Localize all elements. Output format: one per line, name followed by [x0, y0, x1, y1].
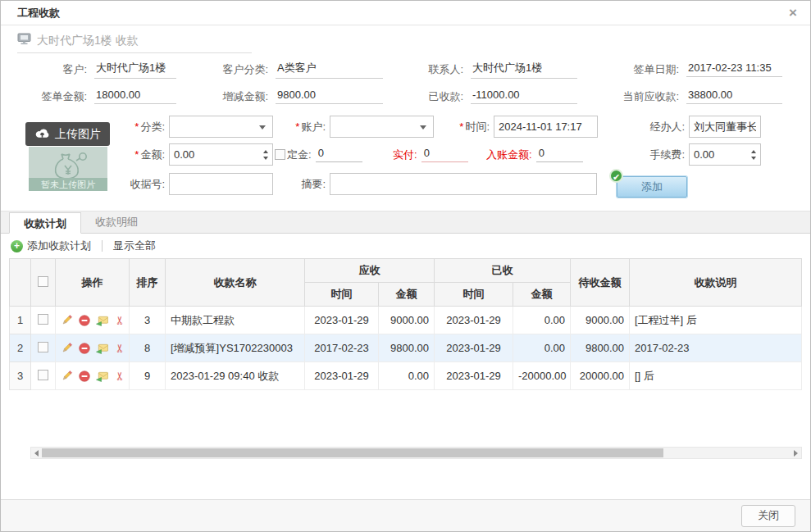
- account-select[interactable]: [330, 116, 434, 138]
- col-paid-amount: 金额: [513, 283, 571, 307]
- entry-amount-value: 0: [536, 147, 583, 162]
- summary-input[interactable]: [330, 173, 597, 195]
- received-field: 已收款:-11000.00: [403, 83, 597, 110]
- cloud-upload-icon: [34, 127, 50, 141]
- category-select[interactable]: [169, 116, 273, 138]
- amount-stepper[interactable]: 0.00: [169, 143, 273, 166]
- close-button[interactable]: 关闭: [741, 505, 795, 527]
- spinner-arrows[interactable]: [258, 144, 272, 165]
- placeholder-caption: 暂未上传图片: [29, 178, 107, 191]
- order-subtitle: 大时代广场1楼 收款: [37, 34, 139, 48]
- scroll-left-arrow[interactable]: [31, 448, 42, 458]
- receipt-field: 收据号:: [106, 173, 273, 195]
- empty-space: [1, 459, 810, 499]
- delete-icon[interactable]: [79, 342, 90, 354]
- horizontal-scrollbar[interactable]: [30, 447, 802, 459]
- plus-icon: +: [11, 240, 23, 252]
- scrollbar-thumb[interactable]: [42, 448, 663, 457]
- customer-category-value: A类客户: [276, 61, 383, 79]
- edit-icon[interactable]: [61, 370, 73, 382]
- image-placeholder[interactable]: 暂未上传图片: [29, 147, 107, 191]
- select-all-header: [31, 259, 56, 307]
- close-icon[interactable]: ×: [789, 6, 797, 20]
- summary-field: 摘要:: [276, 173, 597, 195]
- edit-icon[interactable]: [61, 314, 73, 326]
- table-row[interactable]: 2 ✂ 8 [增减预算]YS1702230003 2017-02-23 9800…: [10, 334, 802, 362]
- payment-icon[interactable]: [96, 370, 108, 382]
- split-icon[interactable]: ✂: [113, 343, 125, 353]
- table-row[interactable]: 3 ✂ 9 2023-01-29 09:40 收款 2023-01-29 0.0…: [10, 362, 802, 390]
- check-icon: ✔: [609, 169, 623, 183]
- chevron-down-icon: [420, 125, 426, 130]
- row-checkbox[interactable]: [38, 370, 48, 380]
- required-marker: *: [459, 120, 463, 133]
- plan-toolbar: + 添加收款计划 显示全部: [1, 234, 810, 258]
- scrollbar-track[interactable]: [42, 448, 790, 458]
- edit-icon[interactable]: [61, 342, 73, 354]
- entry-amount-field: 入账金额: 0: [486, 143, 583, 166]
- sign-date-value: 2017-02-23 11:35: [686, 61, 782, 77]
- payment-icon[interactable]: [96, 314, 108, 326]
- receipt-input[interactable]: [169, 173, 273, 195]
- customer-category-field: 客户分类:A类客户: [196, 56, 403, 83]
- contact-field: 联系人:大时代广场1楼: [403, 56, 597, 83]
- upload-widget: 上传图片 暂未上传图片: [25, 122, 110, 191]
- dialog-footer: 关闭: [1, 499, 810, 531]
- current-due-value: 38800.00: [686, 89, 782, 104]
- show-all-button[interactable]: 显示全部: [113, 239, 156, 253]
- select-all-checkbox[interactable]: [38, 276, 48, 287]
- dialog-titlebar: 工程收款 ×: [1, 1, 810, 25]
- delete-icon[interactable]: [79, 370, 90, 382]
- col-received-group: 已收: [435, 259, 571, 283]
- sign-amount-value: 18000.00: [94, 89, 176, 104]
- customer-value: 大时代广场1楼: [94, 61, 176, 79]
- order-info-grid: 客户:大时代广场1楼 客户分类:A类客户 联系人:大时代广场1楼 签单日期:20…: [1, 53, 810, 110]
- monitor-icon: [17, 33, 31, 48]
- time-input[interactable]: [494, 116, 598, 138]
- upload-image-button[interactable]: 上传图片: [25, 122, 110, 146]
- payment-entry-form: 上传图片 暂未上传图片 *分类: *账户:: [1, 111, 810, 205]
- row-checkbox[interactable]: [38, 342, 48, 352]
- delete-icon[interactable]: [79, 314, 90, 326]
- adjust-amount-value: 9800.00: [276, 89, 383, 104]
- add-plan-button[interactable]: + 添加收款计划: [11, 239, 91, 253]
- tab-strip: 收款计划 收款明细: [1, 211, 810, 234]
- required-marker: *: [134, 148, 139, 161]
- received-value: -11000.00: [471, 89, 577, 104]
- category-field: *分类:: [106, 116, 273, 138]
- fee-stepper[interactable]: 0.00: [689, 143, 761, 166]
- fee-field: 手续费: 0.00: [631, 143, 761, 166]
- col-operation: 操作: [56, 259, 130, 307]
- required-marker: *: [134, 120, 139, 133]
- current-due-field: 当前应收款:38800.00: [597, 83, 802, 110]
- deposit-field: 定金: 0: [275, 143, 362, 166]
- tab-payment-plan[interactable]: 收款计划: [9, 212, 81, 234]
- paid-field: 实付: 0: [393, 143, 468, 166]
- adjust-amount-field: 增减金额:9800.00: [196, 83, 403, 110]
- col-paid-time: 时间: [435, 283, 513, 307]
- spinner-arrows[interactable]: [746, 144, 760, 165]
- row-number-header: [10, 259, 31, 307]
- tab-payment-detail[interactable]: 收款明细: [81, 211, 152, 233]
- col-pending: 待收金额: [571, 259, 630, 307]
- split-icon[interactable]: ✂: [113, 316, 125, 325]
- col-recv-time: 时间: [305, 283, 379, 307]
- chevron-down-icon: [259, 125, 266, 130]
- col-sort: 排序: [130, 259, 166, 307]
- col-note: 收款说明: [630, 259, 802, 307]
- toolbar-divider: [102, 240, 103, 252]
- row-checkbox[interactable]: [38, 314, 48, 325]
- project-payment-dialog: 工程收款 × 大时代广场1楼 收款 客户:大时代广场1楼 客户分类:A类客户 联…: [0, 0, 811, 532]
- deposit-checkbox[interactable]: [275, 149, 285, 160]
- col-receivable-group: 应收: [305, 259, 435, 283]
- table-row[interactable]: 1 ✂ 3 中期款工程款 2023-01-29 9000.00 2023-01-…: [10, 307, 802, 334]
- add-button[interactable]: 添加: [617, 176, 687, 198]
- scroll-right-arrow[interactable]: [790, 448, 801, 458]
- payment-plan-table: 操作 排序 收款名称 应收 已收 待收金额 收款说明 时间 金额 时间 金额 1: [9, 258, 802, 459]
- sign-date-field: 签单日期:2017-02-23 11:35: [597, 56, 802, 83]
- sign-amount-field: 签单金额:18000.00: [9, 83, 196, 110]
- operator-input[interactable]: [689, 116, 761, 138]
- account-field: *账户:: [276, 116, 434, 138]
- payment-icon[interactable]: [96, 342, 108, 354]
- split-icon[interactable]: ✂: [113, 371, 125, 381]
